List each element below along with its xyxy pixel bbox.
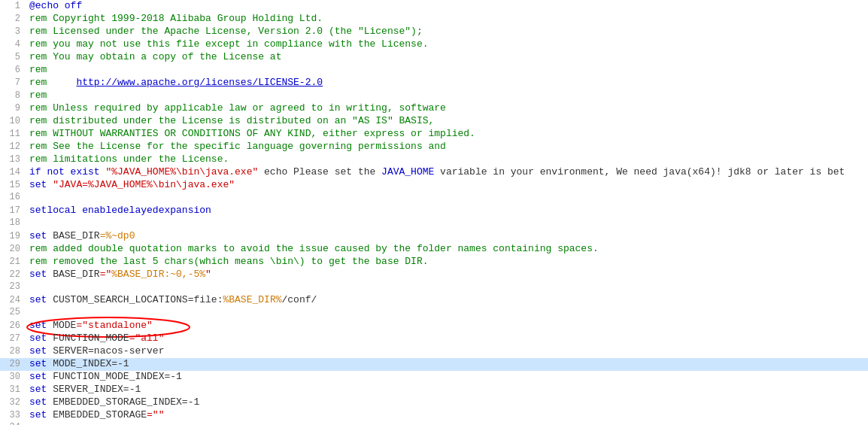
line-number: 32 (0, 397, 26, 408)
line-number: 22 (0, 269, 26, 280)
line-number: 15 (0, 180, 26, 190)
line-content: rem removed the last 5 chars(which means… (26, 256, 868, 267)
token: echo Please set the (258, 166, 381, 178)
code-line-26: 26set MODE="standalone" (0, 320, 868, 332)
token: rem (29, 115, 53, 126)
line-number: 12 (0, 141, 26, 152)
line-content: rem added double quotation marks to avoi… (26, 243, 868, 254)
token: =-1 (123, 384, 141, 395)
token: set (29, 179, 53, 190)
line-number: 28 (0, 346, 26, 357)
token: =-1 (182, 396, 199, 408)
token: set (29, 345, 53, 357)
token: "%JAVA_HOME%\bin\java.exe" (105, 166, 258, 178)
line-content: setlocal enabledelayedexpansion (26, 205, 868, 216)
line-content: set MODE_INDEX=-1 (26, 358, 868, 369)
token: rem (29, 90, 47, 101)
line-number: 3 (0, 26, 26, 37)
code-line-18: 18 (0, 217, 868, 230)
line-number: 29 (0, 359, 26, 369)
line-content: set CUSTOM_SEARCH_LOCATIONS=file:%BASE_D… (26, 294, 868, 305)
token: =file: (188, 294, 223, 305)
line-content: set SERVER=nacos-server (26, 345, 868, 357)
line-content: set BASE_DIR=%~dp0 (26, 230, 868, 241)
token: set (29, 294, 53, 305)
line-content: rem Copyright 1999-2018 Alibaba Group Ho… (26, 13, 868, 24)
token: variable in your environment, We need ja… (434, 166, 845, 178)
token: SERVER_INDEX (53, 384, 123, 395)
line-content: set BASE_DIR="%BASE_DIR:~0,-5%" (26, 269, 868, 280)
line-number: 14 (0, 167, 26, 178)
line-content: rem WITHOUT WARRANTIES OR CONDITIONS OF … (26, 128, 868, 139)
code-line-34: 34 (0, 422, 868, 425)
line-number: 2 (0, 14, 26, 24)
token: FUNCTION_MODE (53, 332, 129, 344)
code-line-25: 25 (0, 307, 868, 320)
code-line-16: 16 (0, 192, 868, 205)
token: =-1 (164, 371, 181, 382)
token: you may not use this file except in comp… (53, 38, 428, 50)
code-line-32: 32set EMBEDDED_STORAGE_INDEX=-1 (0, 396, 868, 409)
code-line-24: 24set CUSTOM_SEARCH_LOCATIONS=file:%BASE… (0, 294, 868, 307)
code-line-31: 31set SERVER_INDEX=-1 (0, 384, 868, 396)
line-number: 23 (0, 281, 26, 292)
token: rem (29, 256, 53, 267)
token: EMBEDDED_STORAGE (53, 409, 147, 420)
line-content: rem you may not use this file except in … (26, 38, 868, 50)
line-content: rem limitations under the License. (26, 153, 868, 165)
code-line-3: 3rem Licensed under the Apache License, … (0, 26, 868, 38)
line-number: 17 (0, 205, 26, 216)
token: Unless required by applicable law or agr… (53, 102, 446, 114)
token: set (29, 396, 53, 408)
code-line-28: 28set SERVER=nacos-server (0, 345, 868, 358)
token: rem (29, 38, 53, 50)
code-line-19: 19set BASE_DIR=%~dp0 (0, 230, 868, 243)
token: set (29, 358, 53, 369)
token: rem (29, 141, 53, 152)
token: FUNCTION_MODE_INDEX (53, 371, 164, 382)
token: rem (29, 64, 47, 75)
token: Licensed under the Apache License, Versi… (53, 26, 422, 37)
token: WITHOUT WARRANTIES OR CONDITIONS OF ANY … (53, 128, 475, 139)
token: See the License for the specific languag… (53, 141, 446, 152)
code-line-10: 10rem distributed under the License is d… (0, 115, 868, 128)
line-number: 13 (0, 154, 26, 165)
token: =-1 (111, 358, 129, 369)
line-content: rem http://www.apache.org/licenses/LICEN… (26, 77, 868, 88)
code-line-29: 29set MODE_INDEX=-1 (0, 358, 868, 371)
line-content: rem (26, 90, 868, 101)
token: rem (29, 102, 53, 114)
code-line-9: 9rem Unless required by applicable law o… (0, 102, 868, 115)
token: You may obtain a copy of the License at (53, 51, 281, 62)
token: set (29, 384, 53, 395)
line-number: 11 (0, 129, 26, 139)
token: SERVER (53, 345, 88, 357)
code-line-22: 22set BASE_DIR="%BASE_DIR:~0,-5%" (0, 269, 868, 281)
line-number: 8 (0, 90, 26, 101)
code-line-5: 5rem You may obtain a copy of the Licens… (0, 51, 868, 64)
code-line-8: 8rem (0, 90, 868, 102)
line-number: 19 (0, 231, 26, 241)
code-line-14: 14if not exist "%JAVA_HOME%\bin\java.exe… (0, 166, 868, 179)
line-content: rem Licensed under the Apache License, V… (26, 26, 868, 37)
line-content: rem See the License for the specific lan… (26, 141, 868, 152)
token: %BASE_DIR:~0,-5% (111, 269, 205, 280)
code-line-1: 1@echo off (0, 0, 868, 13)
line-content: set "JAVA=%JAVA_HOME%\bin\java.exe" (26, 179, 868, 190)
line-content: set MODE="standalone" (26, 320, 868, 331)
line-number: 1 (0, 1, 26, 11)
line-number: 16 (0, 192, 26, 202)
token: rem (29, 77, 76, 88)
line-content: rem (26, 64, 868, 75)
code-line-33: 33set EMBEDDED_STORAGE="" (0, 409, 868, 422)
token: BASE_DIR (53, 230, 99, 241)
line-number: 25 (0, 307, 26, 317)
code-line-13: 13rem limitations under the License. (0, 153, 868, 166)
token: ="" (147, 409, 164, 420)
token: rem (29, 128, 53, 139)
line-number: 4 (0, 39, 26, 50)
line-content: set FUNCTION_MODE_INDEX=-1 (26, 371, 868, 382)
token: =" (100, 269, 112, 280)
line-number: 6 (0, 65, 26, 75)
token: set (29, 269, 53, 280)
